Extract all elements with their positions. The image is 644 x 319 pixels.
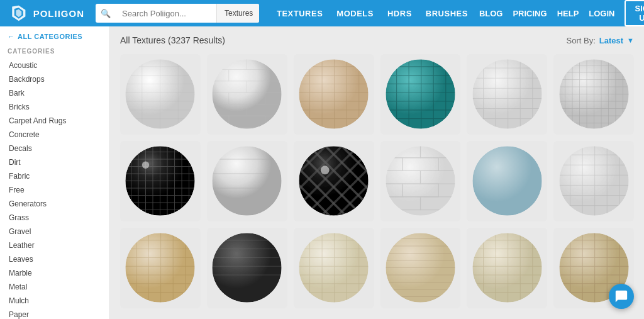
- sidebar-category-item[interactable]: Bricks: [0, 100, 109, 114]
- texture-card-13[interactable]: [120, 228, 201, 308]
- sidebar-category-item[interactable]: Acoustic: [0, 59, 109, 72]
- sidebar-category-item[interactable]: Decals: [0, 142, 109, 155]
- sidebar-category-item[interactable]: Gravel: [0, 225, 109, 238]
- right-nav: BLOG PRICING HELP LOGIN SIGN UP: [479, 0, 644, 26]
- svg-point-176: [213, 233, 282, 302]
- signup-button[interactable]: SIGN UP: [625, 0, 644, 26]
- nav-textures[interactable]: TEXTURES: [277, 9, 323, 18]
- svg-point-16: [213, 60, 282, 129]
- content: ← ALL CATEGORIES CATEGORIES AcousticBack…: [0, 26, 644, 319]
- sort-chevron-icon[interactable]: ▼: [627, 36, 634, 44]
- sidebar-items: AcousticBackdropsBarkBricksCarpet And Ru…: [0, 59, 109, 319]
- texture-grid: [120, 54, 634, 308]
- chat-bubble[interactable]: [609, 284, 634, 309]
- sidebar-category-item[interactable]: Carpet And Rugs: [0, 114, 109, 128]
- sort-value[interactable]: Latest: [599, 36, 623, 45]
- search-type-select[interactable]: Textures Models HDRs: [216, 4, 259, 23]
- sidebar-category-item[interactable]: Leather: [0, 238, 109, 252]
- sidebar-category-item[interactable]: Paper: [0, 308, 109, 319]
- texture-card-8[interactable]: [207, 141, 287, 221]
- results-header: All Textures (3237 Results) Sort By: Lat…: [120, 35, 634, 45]
- all-categories-label: ALL CATEGORIES: [18, 33, 82, 40]
- sidebar-category-item[interactable]: Dirt: [0, 155, 109, 169]
- sidebar-category-item[interactable]: Concrete: [0, 128, 109, 142]
- search-bar: 🔍 Textures Models HDRs: [96, 4, 259, 23]
- svg-point-119: [299, 147, 368, 216]
- logo-area[interactable]: POLIIGON: [9, 3, 84, 23]
- sidebar-category-item[interactable]: Fabric: [0, 169, 109, 183]
- logo-text: POLIIGON: [33, 8, 84, 19]
- texture-card-10[interactable]: [380, 141, 461, 221]
- svg-point-110: [142, 162, 150, 169]
- texture-card-5[interactable]: [467, 54, 547, 135]
- search-input[interactable]: [116, 4, 216, 23]
- sidebar-category-item[interactable]: Free: [0, 183, 109, 197]
- texture-card-9[interactable]: [294, 141, 374, 221]
- texture-card-2[interactable]: [207, 54, 287, 135]
- svg-point-147: [472, 147, 541, 216]
- sort-label: Sort By:: [567, 36, 596, 45]
- texture-card-7[interactable]: [120, 141, 201, 221]
- chevron-left-icon: ←: [8, 33, 14, 40]
- texture-card-12[interactable]: [553, 141, 634, 221]
- texture-card-16[interactable]: [380, 228, 461, 308]
- results-title: All Textures (3237 Results): [120, 35, 225, 45]
- pricing-link[interactable]: PRICING: [513, 9, 547, 18]
- search-icon: 🔍: [96, 9, 116, 18]
- texture-card-3[interactable]: [294, 54, 374, 135]
- sidebar-category-item[interactable]: Generators: [0, 197, 109, 211]
- login-link[interactable]: LOGIN: [589, 9, 614, 18]
- main-nav: TEXTURES MODELS HDRS BRUSHES: [277, 9, 468, 18]
- main-content: All Textures (3237 Results) Sort By: Lat…: [110, 26, 644, 319]
- sidebar-category-item[interactable]: Grass: [0, 211, 109, 225]
- sidebar-category-item[interactable]: Metal: [0, 280, 109, 294]
- texture-card-14[interactable]: [207, 228, 287, 308]
- sort-area: Sort By: Latest ▼: [567, 36, 634, 45]
- help-link[interactable]: HELP: [557, 9, 579, 18]
- nav-hdrs[interactable]: HDRS: [387, 9, 412, 18]
- all-categories-link[interactable]: ← ALL CATEGORIES: [0, 26, 109, 45]
- nav-models[interactable]: MODELS: [336, 9, 374, 18]
- sidebar-category-item[interactable]: Backdrops: [0, 72, 109, 86]
- nav-brushes[interactable]: BRUSHES: [426, 9, 468, 18]
- svg-point-112: [213, 147, 282, 216]
- texture-card-6[interactable]: [553, 54, 634, 135]
- blog-link[interactable]: BLOG: [479, 9, 503, 18]
- sidebar-category-item[interactable]: Bark: [0, 86, 109, 100]
- poliigon-logo-icon: [9, 3, 29, 23]
- sidebar-category-item[interactable]: Leaves: [0, 252, 109, 266]
- sidebar-category-item[interactable]: Marble: [0, 266, 109, 280]
- texture-card-4[interactable]: [380, 54, 461, 135]
- sidebar: ← ALL CATEGORIES CATEGORIES AcousticBack…: [0, 26, 110, 319]
- texture-card-15[interactable]: [294, 228, 374, 308]
- header: POLIIGON 🔍 Textures Models HDRs TEXTURES…: [0, 0, 644, 26]
- svg-point-149: [559, 147, 628, 216]
- categories-section-label: CATEGORIES: [0, 45, 109, 59]
- texture-card-17[interactable]: [467, 228, 547, 308]
- svg-point-132: [321, 166, 330, 175]
- sidebar-category-item[interactable]: Mulch: [0, 294, 109, 308]
- texture-card-1[interactable]: [120, 54, 201, 135]
- texture-card-11[interactable]: [467, 141, 547, 221]
